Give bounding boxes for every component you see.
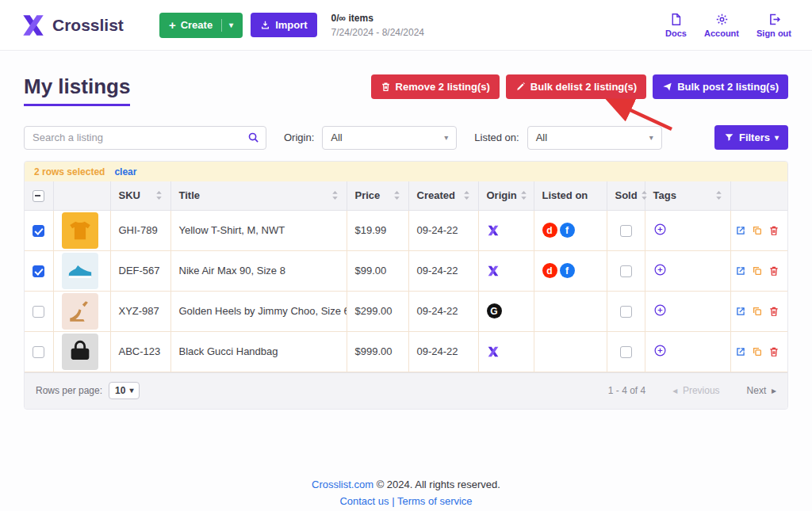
depop-icon: d	[542, 263, 557, 278]
table-row: GHI-789Yellow T-Shirt, M, NWT$19.9909-24…	[25, 210, 787, 250]
usage-info: 0/∞ items 7/24/2024 - 8/24/2024	[331, 13, 424, 38]
sort-icon[interactable]	[155, 190, 163, 200]
sold-checkbox[interactable]	[620, 306, 632, 318]
remove-listings-button[interactable]: Remove 2 listing(s)	[371, 74, 500, 99]
facebook-icon: f	[560, 263, 575, 278]
separator: |	[392, 495, 394, 507]
open-listing-icon[interactable]	[735, 265, 746, 276]
open-listing-icon[interactable]	[735, 346, 746, 357]
listed-on-select[interactable]: All ▾	[527, 126, 662, 150]
create-dropdown-caret[interactable]: ▾	[229, 21, 233, 29]
site-link[interactable]: Crosslist.com	[312, 479, 373, 490]
delete-listing-icon[interactable]	[768, 225, 779, 236]
bulk-actions: Remove 2 listing(s) Bulk delist 2 listin…	[371, 74, 788, 99]
title-cell: Yellow T-Shirt, M, NWT	[170, 210, 347, 250]
next-page-button[interactable]: Next ▸	[747, 385, 776, 396]
column-header-tags[interactable]: Tags	[645, 181, 730, 210]
previous-page-button[interactable]: ◂ Previous	[672, 385, 719, 396]
duplicate-listing-icon[interactable]	[752, 346, 763, 357]
delete-listing-icon[interactable]	[768, 346, 779, 357]
add-tag-button[interactable]	[653, 303, 667, 317]
filter-icon	[724, 132, 734, 143]
app-logo[interactable]: Crosslist	[21, 13, 124, 38]
create-button[interactable]: + Create ▾	[159, 13, 243, 38]
price-cell: $299.00	[347, 291, 408, 331]
delete-listing-icon[interactable]	[768, 306, 779, 317]
select-all-checkbox[interactable]	[33, 190, 44, 202]
import-button[interactable]: Import	[251, 13, 316, 37]
sku-cell: DEF-567	[110, 250, 170, 291]
bulk-delist-button[interactable]: Bulk delist 2 listing(s)	[506, 74, 646, 99]
open-listing-icon[interactable]	[735, 306, 746, 317]
search-icon[interactable]	[247, 132, 259, 143]
column-header-origin[interactable]: Origin	[478, 181, 534, 210]
price-cell: $999.00	[347, 331, 408, 372]
column-header-created[interactable]: Created	[408, 181, 478, 210]
brand-name: Crosslist	[52, 16, 124, 35]
column-header-title[interactable]: Title	[170, 181, 347, 210]
delist-icon	[515, 82, 526, 92]
nav-account[interactable]: Account	[704, 13, 739, 38]
listings-table-card: 2 rows selected clear SKUTitlePriceCreat…	[24, 161, 788, 410]
created-cell: 09-24-22	[408, 250, 478, 291]
add-tag-button[interactable]	[653, 344, 667, 357]
column-header-sold[interactable]: Sold	[607, 181, 645, 210]
sort-icon[interactable]	[520, 190, 527, 200]
sku-cell: ABC-123	[110, 331, 170, 372]
duplicate-listing-icon[interactable]	[752, 306, 763, 317]
selection-count: 2 rows selected	[34, 166, 105, 177]
nav-docs[interactable]: Docs	[665, 13, 687, 38]
sort-icon[interactable]	[715, 190, 722, 200]
column-header-price[interactable]: Price	[347, 181, 408, 210]
sold-checkbox[interactable]	[620, 265, 632, 277]
listing-thumbnail	[62, 334, 98, 370]
nav-signout[interactable]: Sign out	[756, 13, 791, 38]
filters-button[interactable]: Filters ▾	[714, 125, 788, 150]
main-content: My listings Remove 2 listing(s) Bulk del…	[0, 74, 812, 410]
delete-listing-icon[interactable]	[768, 265, 779, 276]
sold-checkbox[interactable]	[620, 346, 632, 358]
chevron-down-icon: ▾	[649, 133, 653, 142]
column-header-sku[interactable]: SKU	[110, 181, 170, 210]
row-select-checkbox[interactable]	[33, 265, 44, 277]
origin-select[interactable]: All ▾	[322, 126, 457, 150]
sort-icon[interactable]	[641, 190, 648, 200]
search-input[interactable]	[24, 126, 266, 150]
terms-link[interactable]: Terms of service	[397, 495, 473, 507]
add-tag-button[interactable]	[653, 223, 667, 236]
facebook-icon: f	[560, 223, 575, 238]
row-select-checkbox[interactable]	[33, 306, 44, 318]
open-listing-icon[interactable]	[735, 225, 746, 236]
crosslist-icon	[487, 345, 526, 358]
sort-icon[interactable]	[463, 190, 470, 200]
listed-on-cell: df	[534, 210, 607, 250]
docs-icon	[669, 13, 683, 26]
created-cell: 09-24-22	[408, 331, 478, 372]
selection-bar: 2 rows selected clear	[25, 162, 787, 181]
chevron-down-icon: ▾	[444, 133, 448, 142]
actions-cell	[730, 210, 787, 250]
select-all-header	[25, 181, 53, 210]
add-tag-button[interactable]	[653, 263, 667, 276]
title-cell: Golden Heels by Jimmy Choo, Size 6	[170, 291, 347, 331]
tags-cell	[645, 291, 730, 331]
row-select-checkbox[interactable]	[33, 346, 44, 358]
header-nav: Docs Account Sign out	[665, 13, 791, 38]
sort-icon[interactable]	[331, 190, 339, 200]
bulk-post-button[interactable]: Bulk post 2 listing(s)	[653, 74, 788, 99]
listed-on-cell: df	[534, 250, 607, 291]
gear-icon	[715, 13, 729, 26]
sold-cell	[607, 210, 645, 250]
sort-icon[interactable]	[393, 190, 400, 200]
sold-checkbox[interactable]	[620, 225, 632, 237]
actions-cell	[730, 291, 787, 331]
chevron-down-icon: ▾	[129, 387, 133, 395]
duplicate-listing-icon[interactable]	[752, 265, 763, 276]
title-cell: Black Gucci Handbag	[170, 331, 347, 372]
rows-per-page-select[interactable]: 10 ▾	[109, 382, 140, 399]
trash-icon	[381, 82, 391, 92]
contact-link[interactable]: Contact us	[339, 495, 389, 507]
duplicate-listing-icon[interactable]	[752, 225, 763, 236]
row-select-checkbox[interactable]	[33, 225, 44, 237]
clear-selection-link[interactable]: clear	[114, 166, 136, 177]
